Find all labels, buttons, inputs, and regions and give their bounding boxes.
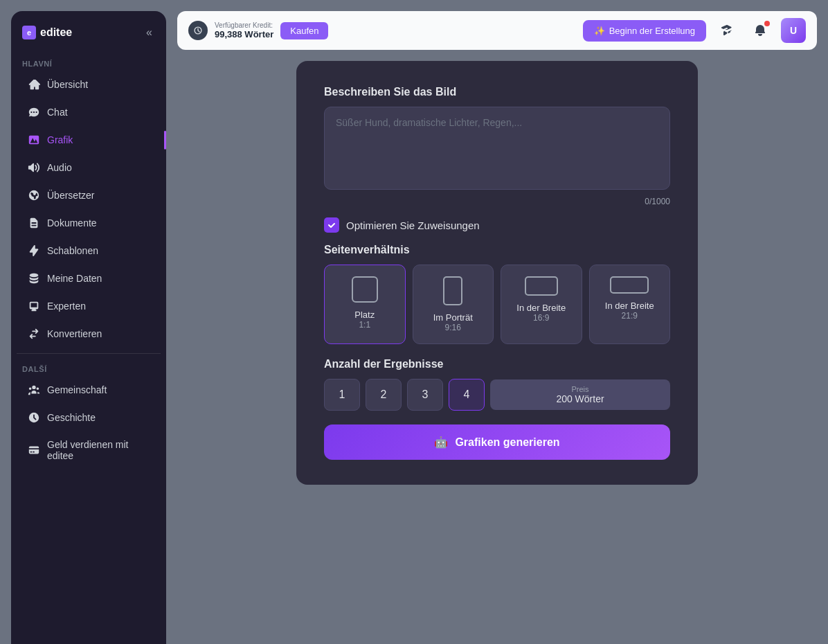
sidebar: e editee « Hlavní Übersicht Chat Grafik xyxy=(11,11,166,644)
sidebar-label-meine-daten: Meine Daten xyxy=(47,273,102,284)
credit-icon xyxy=(188,21,208,40)
data-icon xyxy=(28,272,40,285)
ratio-wide21[interactable]: In der Breite 21:9 xyxy=(589,265,671,344)
count-4-button[interactable]: 4 xyxy=(449,379,485,411)
lightning-icon xyxy=(28,244,40,257)
sidebar-item-ubersicht[interactable]: Übersicht xyxy=(17,71,161,98)
results-count-label: Anzahl der Ergebnisse xyxy=(324,358,670,370)
sidebar-label-geschichte: Geschichte xyxy=(47,412,96,423)
notification-badge xyxy=(764,21,770,26)
optimize-checkbox[interactable] xyxy=(324,217,339,233)
count-3-button[interactable]: 3 xyxy=(407,379,443,411)
sidebar-label-konvertieren: Konvertieren xyxy=(47,328,102,339)
document-icon xyxy=(28,217,40,229)
square-icon xyxy=(352,276,378,303)
sidebar-item-ubersetzer[interactable]: Übersetzer xyxy=(17,182,161,208)
wide-icon xyxy=(525,276,558,296)
globe-icon xyxy=(28,189,40,202)
optimize-row: Optimieren Sie Zuweisungen xyxy=(324,217,670,233)
home-icon xyxy=(28,78,40,91)
sidebar-divider xyxy=(17,353,161,354)
ratio-wide16[interactable]: In der Breite 16:9 xyxy=(501,265,582,344)
wand-icon: ✨ xyxy=(594,26,605,36)
image-desc-label: Beschreiben Sie das Bild xyxy=(324,86,670,98)
ratio-name-portrait: Im Porträt 9:16 xyxy=(433,312,473,332)
sidebar-label-schablonen: Schablonen xyxy=(47,245,98,256)
buy-button[interactable]: Kaufen xyxy=(280,22,328,39)
sidebar-item-gemeinschaft[interactable]: Gemeinschaft xyxy=(17,377,161,403)
generate-header-button[interactable]: ✨ Beginn der Erstellung xyxy=(583,20,706,42)
tv-icon xyxy=(28,300,40,312)
community-icon xyxy=(28,384,40,396)
chat-icon xyxy=(28,106,40,118)
aspect-ratio-label: Seitenverhältnis xyxy=(324,244,670,256)
sidebar-label-ubersetzer: Übersetzer xyxy=(47,190,94,201)
sidebar-label-gemeinschaft: Gemeinschaft xyxy=(47,384,107,395)
sidebar-item-geschichte[interactable]: Geschichte xyxy=(17,404,161,431)
checkmark-icon xyxy=(327,221,336,229)
ratio-portrait[interactable]: Im Porträt 9:16 xyxy=(413,265,494,344)
ultra-icon xyxy=(610,276,649,294)
price-box: Preis 200 Wörter xyxy=(490,379,670,410)
ratio-square[interactable]: Platz 1:1 xyxy=(324,265,406,344)
money-icon xyxy=(28,444,40,456)
count-1-button[interactable]: 1 xyxy=(324,379,360,411)
sidebar-item-experten[interactable]: Experten xyxy=(17,293,161,319)
avatar-image: U xyxy=(781,18,806,43)
ratio-name-wide21: In der Breite 21:9 xyxy=(605,301,654,321)
sidebar-section-other: Další xyxy=(11,359,166,376)
sidebar-label-experten: Experten xyxy=(47,301,86,312)
graduation-icon xyxy=(720,24,734,37)
sidebar-item-grafik[interactable]: Grafik xyxy=(17,127,161,153)
logo-text: editee xyxy=(40,26,72,39)
sidebar-section-main: Hlavní xyxy=(11,54,166,71)
sidebar-item-chat[interactable]: Chat xyxy=(17,99,161,125)
convert-icon xyxy=(28,328,40,340)
sidebar-item-konvertieren[interactable]: Konvertieren xyxy=(17,321,161,347)
content-area: Beschreiben Sie das Bild 0/1000 Optimier… xyxy=(177,61,817,633)
sidebar-item-geld-verdienen[interactable]: Geld verdienen mit editee xyxy=(17,432,161,468)
notification-button[interactable] xyxy=(748,18,773,43)
sidebar-label-dokumente: Dokumente xyxy=(47,217,97,229)
sidebar-logo: e editee « xyxy=(11,11,166,54)
header-left: Verfügbarer Kredit: 99,388 Wörter Kaufen xyxy=(188,21,328,40)
count-2-button[interactable]: 2 xyxy=(366,379,402,411)
logo-icon: e xyxy=(22,26,36,39)
portrait-icon xyxy=(443,276,462,305)
app-container: e editee « Hlavní Übersicht Chat Grafik xyxy=(0,0,828,644)
sidebar-label-grafik: Grafik xyxy=(47,134,73,145)
price-value: 200 Wörter xyxy=(500,393,660,404)
sidebar-item-schablonen[interactable]: Schablonen xyxy=(17,238,161,264)
credit-label: Verfügbarer Kredit: xyxy=(215,21,273,29)
sidebar-label-chat: Chat xyxy=(47,107,68,118)
credit-amount: 99,388 Wörter xyxy=(215,29,273,39)
char-count: 0/1000 xyxy=(324,197,670,206)
ratio-grid: Platz 1:1 Im Porträt 9:16 xyxy=(324,265,670,344)
sidebar-item-audio[interactable]: Audio xyxy=(17,154,161,181)
generate-main-button[interactable]: 🤖 Grafiken generieren xyxy=(324,424,670,460)
header-right: ✨ Beginn der Erstellung U xyxy=(583,18,806,43)
sidebar-item-meine-daten[interactable]: Meine Daten xyxy=(17,265,161,292)
main-area: Verfügbarer Kredit: 99,388 Wörter Kaufen… xyxy=(166,0,828,644)
robot-icon: 🤖 xyxy=(434,436,448,449)
form-card: Beschreiben Sie das Bild 0/1000 Optimier… xyxy=(296,61,698,485)
avatar[interactable]: U xyxy=(781,18,806,43)
ratio-name-wide16: In der Breite 16:9 xyxy=(516,303,566,323)
history-icon xyxy=(28,411,40,424)
help-button[interactable] xyxy=(714,18,739,43)
image-description-input[interactable] xyxy=(324,107,670,190)
ratio-name-square: Platz 1:1 xyxy=(354,310,375,330)
price-label: Preis xyxy=(500,385,660,393)
sidebar-label-geld-verdienen: Geld verdienen mit editee xyxy=(47,439,150,461)
collapse-button[interactable]: « xyxy=(143,24,155,42)
results-row: 1 2 3 4 Preis 200 Wörter xyxy=(324,379,670,411)
audio-icon xyxy=(28,161,40,174)
logo-mark: e editee xyxy=(22,26,72,39)
sidebar-item-dokumente[interactable]: Dokumente xyxy=(17,210,161,236)
optimize-label: Optimieren Sie Zuweisungen xyxy=(346,220,480,231)
credit-info: Verfügbarer Kredit: 99,388 Wörter xyxy=(215,21,273,39)
image-icon xyxy=(28,134,40,146)
header: Verfügbarer Kredit: 99,388 Wörter Kaufen… xyxy=(177,11,817,50)
sidebar-label-audio: Audio xyxy=(47,162,72,173)
sidebar-label-ubersicht: Übersicht xyxy=(47,79,88,90)
